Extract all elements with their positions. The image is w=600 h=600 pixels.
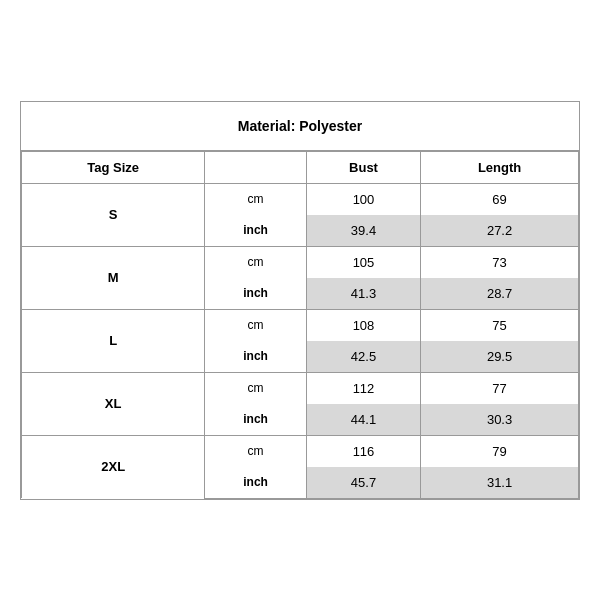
unit-inch: inch: [205, 278, 307, 310]
tag-size-cell: S: [22, 183, 205, 246]
size-table: Tag Size Bust Length Scm10069inch39.427.…: [21, 151, 579, 499]
bust-inch: 42.5: [306, 341, 420, 373]
bust-inch: 41.3: [306, 278, 420, 310]
table-row: Scm10069: [22, 183, 579, 215]
unit-inch: inch: [205, 341, 307, 373]
unit-inch: inch: [205, 404, 307, 436]
bust-inch: 39.4: [306, 215, 420, 247]
size-chart: Material: Polyester Tag Size Bust Length…: [20, 101, 580, 500]
table-row: XLcm11277: [22, 372, 579, 404]
length-cm: 79: [421, 435, 579, 467]
title-text: Material: Polyester: [238, 118, 363, 134]
unit-cm: cm: [205, 309, 307, 341]
col-header-length: Length: [421, 151, 579, 183]
col-header-tag-size: Tag Size: [22, 151, 205, 183]
tag-size-cell: M: [22, 246, 205, 309]
bust-cm: 116: [306, 435, 420, 467]
chart-title: Material: Polyester: [21, 102, 579, 151]
length-inch: 27.2: [421, 215, 579, 247]
bust-inch: 44.1: [306, 404, 420, 436]
unit-cm: cm: [205, 372, 307, 404]
length-cm: 69: [421, 183, 579, 215]
tag-size-cell: XL: [22, 372, 205, 435]
unit-cm: cm: [205, 246, 307, 278]
length-cm: 75: [421, 309, 579, 341]
length-inch: 28.7: [421, 278, 579, 310]
table-row: Lcm10875: [22, 309, 579, 341]
table-row: 2XLcm11679: [22, 435, 579, 467]
tag-size-cell: 2XL: [22, 435, 205, 498]
unit-inch: inch: [205, 215, 307, 247]
col-header-bust: Bust: [306, 151, 420, 183]
unit-inch: inch: [205, 467, 307, 499]
length-inch: 31.1: [421, 467, 579, 499]
length-inch: 29.5: [421, 341, 579, 373]
length-cm: 77: [421, 372, 579, 404]
unit-cm: cm: [205, 183, 307, 215]
tag-size-cell: L: [22, 309, 205, 372]
bust-cm: 105: [306, 246, 420, 278]
col-header-unit: [205, 151, 307, 183]
bust-cm: 108: [306, 309, 420, 341]
bust-inch: 45.7: [306, 467, 420, 499]
table-row: Mcm10573: [22, 246, 579, 278]
unit-cm: cm: [205, 435, 307, 467]
bust-cm: 100: [306, 183, 420, 215]
length-inch: 30.3: [421, 404, 579, 436]
bust-cm: 112: [306, 372, 420, 404]
length-cm: 73: [421, 246, 579, 278]
